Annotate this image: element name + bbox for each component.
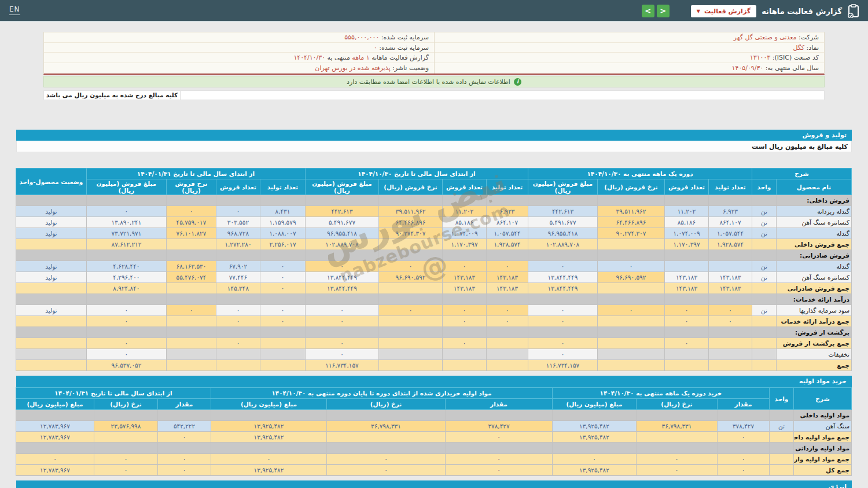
- value-cell: ۰: [157, 454, 211, 465]
- table-row: گندلهتن۰۰۰۰۰۰۰۶۷,۹۰۲۶۸,۱۶۳,۵۳۰۴,۶۲۸,۴۴۰ت…: [16, 261, 851, 272]
- value-cell: ۹۶,۹۵۵,۴۱۸: [305, 228, 378, 239]
- language-toggle-en[interactable]: EN: [9, 5, 20, 15]
- value-cell: ۰: [637, 465, 718, 476]
- column-header: مبلغ (میلیون ریال): [211, 399, 326, 410]
- value-cell: ۱۳,۹۲۵,۴۸۲: [552, 421, 636, 432]
- value-cell: ۰: [216, 338, 260, 349]
- value-cell: ۰: [305, 338, 378, 349]
- status-cell: تولید: [16, 272, 86, 283]
- value-cell: [379, 327, 443, 338]
- value-cell: [260, 294, 305, 305]
- status-cell: تولید: [16, 261, 86, 272]
- value-cell: [16, 443, 94, 454]
- table-row: کنسانتره سنگ آهنتن۱۴۳,۱۸۳۱۴۳,۱۸۳۹۶,۶۹۰,۵…: [16, 272, 851, 283]
- row-label: فروش صادراتی:: [777, 250, 852, 261]
- value-cell: ۰: [260, 305, 305, 316]
- value-cell: ۸۶۴,۱۰۷: [709, 217, 752, 228]
- value-cell: ۲۳,۵۷۶,۹۹۸: [94, 421, 157, 432]
- next-report-button[interactable]: >: [642, 5, 654, 17]
- value-cell: ۰: [260, 283, 305, 294]
- value-cell: [665, 250, 709, 261]
- value-cell: ۱,۲۷۲,۲۸۰: [216, 239, 260, 250]
- value-cell: ۱۴۳,۱۸۳: [487, 283, 528, 294]
- value-cell: ۵۵,۴۷۶,۰۷۴: [166, 272, 216, 283]
- info-label: کد صنعت (ISIC):: [770, 54, 819, 61]
- column-header: نرخ (ریال): [326, 399, 445, 410]
- row-label: گندله: [777, 228, 852, 239]
- value-cell: [528, 294, 598, 305]
- value-cell: [86, 195, 166, 206]
- value-cell: ۰: [305, 349, 378, 360]
- info-icon: i: [514, 78, 521, 86]
- value-cell: ۰: [379, 305, 443, 316]
- report-type-dropdown[interactable]: گزارش فعالیت ▼: [691, 5, 756, 17]
- value-cell: ۳۹,۵۱۱,۹۶۲: [598, 206, 665, 217]
- page: EN گزارش فعالیت ماهانه گزارش فعالیت ▼ < …: [0, 0, 868, 488]
- value-cell: ۰: [211, 454, 326, 465]
- value-cell: [637, 443, 718, 454]
- value-cell: ۹۶,۵۳۷,۰۵۲: [86, 360, 166, 371]
- unit-cell: [770, 454, 794, 465]
- value-cell: [166, 239, 216, 250]
- main-content: تولید و فروش کلیه مبالغ به میلیون ریال ا…: [16, 130, 852, 488]
- value-cell: [166, 338, 216, 349]
- value-cell: [326, 410, 445, 421]
- value-cell: [260, 327, 305, 338]
- value-cell: ۰: [443, 305, 487, 316]
- info-value: ۱۳۱۰۰۳: [750, 54, 770, 61]
- topbar-right-cluster: گزارش فعالیت ماهانه گزارش فعالیت ▼ < >: [642, 0, 860, 22]
- value-cell: [166, 250, 216, 261]
- table-row: فروش داخلی:: [16, 195, 851, 206]
- row-label: سنگ آهن: [794, 421, 852, 432]
- chevron-down-icon: ▼: [697, 9, 700, 14]
- column-header: خرید دوره یک ماهه منتهی به ۱۴۰۴/۱۰/۳۰: [552, 388, 769, 399]
- value-cell: ۱۲,۷۸۳,۹۶۷: [16, 432, 94, 443]
- table-row: درآمد ارائه خدمات:: [16, 294, 851, 305]
- row-label: مواد اولیه داخلی: [794, 410, 852, 421]
- clipboard-report-icon: [847, 4, 860, 18]
- table-row: گندله ریزدانهتن۶,۹۲۳۱۱,۲۰۲۳۹,۵۱۱,۹۶۲۴۴۲,…: [16, 206, 851, 217]
- value-cell: ۱۰۲,۸۸۹,۷۰۸: [305, 239, 378, 250]
- value-cell: ۱۴۳,۱۸۳: [665, 283, 709, 294]
- status-cell: تولید: [16, 217, 86, 228]
- value-cell: [379, 294, 443, 305]
- value-cell: ۰: [718, 465, 770, 476]
- value-cell: ۰: [665, 316, 709, 327]
- status-cell: [16, 316, 86, 327]
- value-cell: ۰: [216, 316, 260, 327]
- value-cell: [379, 360, 443, 371]
- value-cell: [211, 410, 326, 421]
- value-cell: [16, 410, 94, 421]
- unit-cell: تن: [752, 272, 777, 283]
- value-cell: ۰: [379, 261, 443, 272]
- value-cell: ۰: [166, 206, 216, 217]
- unit-cell: [770, 465, 794, 476]
- row-label: جمع مواد اولیه وارداتی: [794, 454, 852, 465]
- column-header: مبلغ فروش (میلیون ریال): [305, 179, 378, 195]
- info-value: ۱۴۰۴/۱۰/۳۰: [293, 54, 325, 61]
- info-label: سال مالی منتهی به:: [763, 64, 819, 72]
- value-cell: ۴۵,۷۵۹,۰۱۷: [166, 217, 216, 228]
- table-row: برگشت از فروش:: [16, 327, 851, 338]
- value-cell: [216, 349, 260, 360]
- unit-cell: [770, 410, 794, 421]
- table-row: جمع برگشت از فروش۰۰۰۰۰۰: [16, 338, 851, 349]
- value-cell: ۱,۱۷۰,۳۹۷: [443, 239, 487, 250]
- value-cell: [166, 349, 216, 360]
- value-cell: ۳۰۳,۵۵۲: [216, 217, 260, 228]
- info-label: شرکت:: [796, 34, 819, 41]
- value-cell: ۱۳,۹۲۵,۴۸۲: [211, 432, 326, 443]
- value-cell: ۱,۰۷۴,۰۰۹: [443, 228, 487, 239]
- previous-report-button[interactable]: <: [657, 5, 670, 17]
- value-cell: [487, 327, 528, 338]
- unit-cell: [752, 283, 777, 294]
- value-cell: [445, 410, 552, 421]
- info-row: گزارش فعالیت ماهانه ۱ ماهه منتهی به ۱۴۰۴…: [44, 53, 434, 63]
- value-cell: [528, 250, 598, 261]
- value-cell: ۰: [487, 316, 528, 327]
- value-cell: [305, 327, 378, 338]
- value-cell: ۰: [637, 454, 718, 465]
- value-cell: ۳۷۸,۴۲۷: [445, 421, 552, 432]
- value-cell: ۶,۹۲۳: [709, 206, 752, 217]
- value-cell: ۰: [305, 316, 378, 327]
